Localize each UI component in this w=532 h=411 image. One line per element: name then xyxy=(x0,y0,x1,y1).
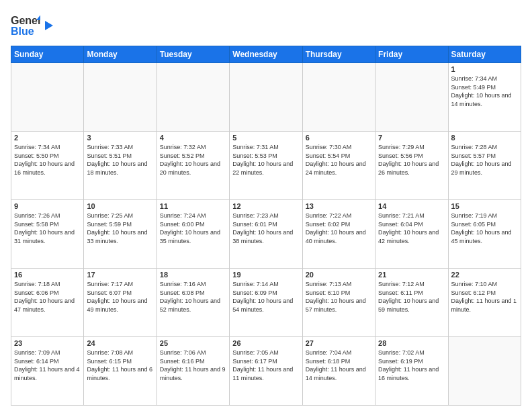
svg-text:Blue: Blue xyxy=(11,26,34,37)
day-number: 2 xyxy=(14,134,81,142)
day-number: 3 xyxy=(87,134,153,142)
day-number: 24 xyxy=(87,339,153,347)
day-info: Sunrise: 7:22 AM Sunset: 6:02 PM Dayligh… xyxy=(306,212,372,245)
calendar-cell: 26Sunrise: 7:05 AM Sunset: 6:17 PM Dayli… xyxy=(230,337,302,406)
calendar-cell xyxy=(302,63,375,132)
day-info: Sunrise: 7:25 AM Sunset: 5:59 PM Dayligh… xyxy=(87,212,153,245)
col-wednesday: Wednesday xyxy=(230,46,302,63)
calendar-cell: 24Sunrise: 7:08 AM Sunset: 6:15 PM Dayli… xyxy=(84,337,157,406)
calendar-cell: 3Sunrise: 7:33 AM Sunset: 5:51 PM Daylig… xyxy=(84,132,157,200)
day-number: 11 xyxy=(160,202,226,210)
day-number: 26 xyxy=(232,339,299,347)
day-number: 25 xyxy=(160,339,226,347)
day-number: 28 xyxy=(378,339,445,347)
calendar-cell: 11Sunrise: 7:24 AM Sunset: 6:00 PM Dayli… xyxy=(157,200,229,269)
day-number: 23 xyxy=(14,339,81,347)
calendar-cell: 7Sunrise: 7:29 AM Sunset: 5:56 PM Daylig… xyxy=(375,132,448,200)
calendar-cell: 23Sunrise: 7:09 AM Sunset: 6:14 PM Dayli… xyxy=(11,337,84,406)
calendar-cell: 9Sunrise: 7:26 AM Sunset: 5:58 PM Daylig… xyxy=(11,200,84,269)
col-thursday: Thursday xyxy=(302,46,375,63)
calendar-week-5: 23Sunrise: 7:09 AM Sunset: 6:14 PM Dayli… xyxy=(11,337,521,406)
day-number: 4 xyxy=(160,134,226,142)
calendar-cell: 20Sunrise: 7:13 AM Sunset: 6:10 PM Dayli… xyxy=(302,269,375,337)
day-info: Sunrise: 7:06 AM Sunset: 6:16 PM Dayligh… xyxy=(160,349,226,382)
calendar-cell: 6Sunrise: 7:30 AM Sunset: 5:54 PM Daylig… xyxy=(302,132,375,200)
calendar-cell: 1Sunrise: 7:34 AM Sunset: 5:49 PM Daylig… xyxy=(448,63,521,132)
svg-text:General: General xyxy=(11,15,40,26)
calendar-cell: 13Sunrise: 7:22 AM Sunset: 6:02 PM Dayli… xyxy=(302,200,375,269)
day-info: Sunrise: 7:14 AM Sunset: 6:09 PM Dayligh… xyxy=(232,280,299,314)
svg-marker-3 xyxy=(45,21,53,30)
day-info: Sunrise: 7:10 AM Sunset: 6:12 PM Dayligh… xyxy=(451,280,518,314)
day-info: Sunrise: 7:24 AM Sunset: 6:00 PM Dayligh… xyxy=(160,212,226,245)
calendar-cell xyxy=(230,63,302,132)
day-info: Sunrise: 7:05 AM Sunset: 6:17 PM Dayligh… xyxy=(232,349,299,382)
calendar-cell: 22Sunrise: 7:10 AM Sunset: 6:12 PM Dayli… xyxy=(448,269,521,337)
calendar-cell: 17Sunrise: 7:17 AM Sunset: 6:07 PM Dayli… xyxy=(84,269,157,337)
day-info: Sunrise: 7:21 AM Sunset: 6:04 PM Dayligh… xyxy=(378,212,445,245)
calendar-cell: 10Sunrise: 7:25 AM Sunset: 5:59 PM Dayli… xyxy=(84,200,157,269)
calendar-header-row: Sunday Monday Tuesday Wednesday Thursday… xyxy=(11,46,521,63)
day-number: 13 xyxy=(306,202,372,210)
day-number: 16 xyxy=(14,271,81,279)
calendar-cell: 28Sunrise: 7:02 AM Sunset: 6:19 PM Dayli… xyxy=(375,337,448,406)
calendar-week-2: 2Sunrise: 7:34 AM Sunset: 5:50 PM Daylig… xyxy=(11,132,521,200)
calendar-cell xyxy=(448,337,521,406)
day-number: 12 xyxy=(232,202,299,210)
calendar-cell: 8Sunrise: 7:28 AM Sunset: 5:57 PM Daylig… xyxy=(448,132,521,200)
calendar-cell xyxy=(375,63,448,132)
calendar-week-3: 9Sunrise: 7:26 AM Sunset: 5:58 PM Daylig… xyxy=(11,200,521,269)
col-monday: Monday xyxy=(84,46,157,63)
day-info: Sunrise: 7:04 AM Sunset: 6:18 PM Dayligh… xyxy=(306,349,372,382)
calendar-cell: 4Sunrise: 7:32 AM Sunset: 5:52 PM Daylig… xyxy=(157,132,229,200)
day-number: 17 xyxy=(87,271,153,279)
day-info: Sunrise: 7:32 AM Sunset: 5:52 PM Dayligh… xyxy=(160,143,226,177)
calendar-cell: 19Sunrise: 7:14 AM Sunset: 6:09 PM Dayli… xyxy=(230,269,302,337)
calendar-cell: 16Sunrise: 7:18 AM Sunset: 6:06 PM Dayli… xyxy=(11,269,84,337)
calendar-cell: 15Sunrise: 7:19 AM Sunset: 6:05 PM Dayli… xyxy=(448,200,521,269)
calendar-cell: 21Sunrise: 7:12 AM Sunset: 6:11 PM Dayli… xyxy=(375,269,448,337)
day-number: 5 xyxy=(232,134,299,142)
day-info: Sunrise: 7:17 AM Sunset: 6:07 PM Dayligh… xyxy=(87,280,153,314)
calendar-cell xyxy=(11,63,84,132)
day-number: 9 xyxy=(14,202,81,210)
day-info: Sunrise: 7:34 AM Sunset: 5:50 PM Dayligh… xyxy=(14,143,81,177)
calendar-cell xyxy=(157,63,229,132)
logo-arrow-icon xyxy=(42,19,54,32)
day-info: Sunrise: 7:09 AM Sunset: 6:14 PM Dayligh… xyxy=(14,349,81,382)
day-number: 21 xyxy=(378,271,445,279)
calendar-cell: 14Sunrise: 7:21 AM Sunset: 6:04 PM Dayli… xyxy=(375,200,448,269)
day-info: Sunrise: 7:23 AM Sunset: 6:01 PM Dayligh… xyxy=(232,212,299,245)
day-info: Sunrise: 7:19 AM Sunset: 6:05 PM Dayligh… xyxy=(451,212,518,245)
col-saturday: Saturday xyxy=(448,46,521,63)
calendar-cell: 2Sunrise: 7:34 AM Sunset: 5:50 PM Daylig… xyxy=(11,132,84,200)
calendar-table: Sunday Monday Tuesday Wednesday Thursday… xyxy=(11,46,521,406)
day-info: Sunrise: 7:29 AM Sunset: 5:56 PM Dayligh… xyxy=(378,143,445,177)
day-info: Sunrise: 7:26 AM Sunset: 5:58 PM Dayligh… xyxy=(14,212,81,245)
day-number: 27 xyxy=(306,339,372,347)
calendar-week-1: 1Sunrise: 7:34 AM Sunset: 5:49 PM Daylig… xyxy=(11,63,521,132)
col-tuesday: Tuesday xyxy=(157,46,229,63)
day-info: Sunrise: 7:16 AM Sunset: 6:08 PM Dayligh… xyxy=(160,280,226,314)
col-sunday: Sunday xyxy=(11,46,84,63)
header: General Blue xyxy=(11,11,521,40)
day-info: Sunrise: 7:30 AM Sunset: 5:54 PM Dayligh… xyxy=(306,143,372,177)
day-info: Sunrise: 7:13 AM Sunset: 6:10 PM Dayligh… xyxy=(306,280,372,314)
calendar-week-4: 16Sunrise: 7:18 AM Sunset: 6:06 PM Dayli… xyxy=(11,269,521,337)
logo: General Blue xyxy=(11,11,54,40)
day-info: Sunrise: 7:12 AM Sunset: 6:11 PM Dayligh… xyxy=(378,280,445,314)
day-number: 20 xyxy=(306,271,372,279)
calendar-cell: 12Sunrise: 7:23 AM Sunset: 6:01 PM Dayli… xyxy=(230,200,302,269)
day-info: Sunrise: 7:02 AM Sunset: 6:19 PM Dayligh… xyxy=(378,349,445,382)
day-info: Sunrise: 7:28 AM Sunset: 5:57 PM Dayligh… xyxy=(451,143,518,177)
day-number: 18 xyxy=(160,271,226,279)
calendar-cell: 18Sunrise: 7:16 AM Sunset: 6:08 PM Dayli… xyxy=(157,269,229,337)
day-info: Sunrise: 7:08 AM Sunset: 6:15 PM Dayligh… xyxy=(87,349,153,382)
logo-icon: General Blue xyxy=(11,11,40,40)
calendar-cell xyxy=(84,63,157,132)
day-number: 14 xyxy=(378,202,445,210)
day-number: 8 xyxy=(451,134,518,142)
day-number: 1 xyxy=(451,65,518,73)
day-number: 6 xyxy=(306,134,372,142)
day-number: 19 xyxy=(232,271,299,279)
